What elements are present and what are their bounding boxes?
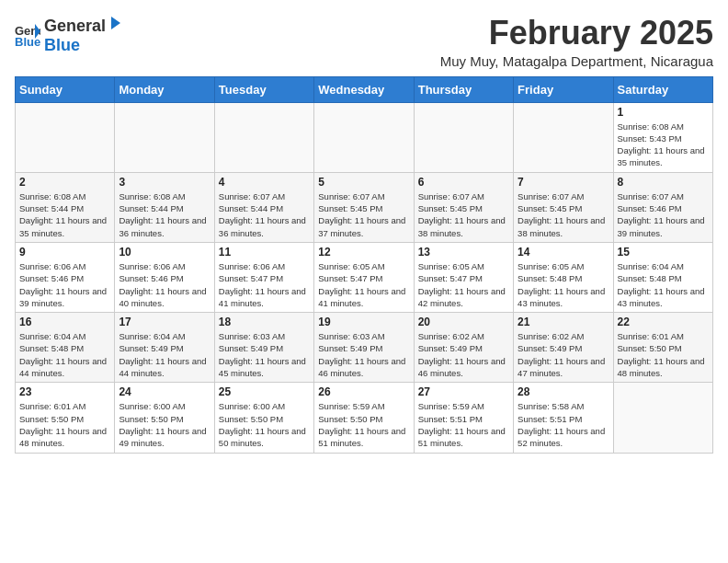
calendar-day-cell: 25Sunrise: 6:00 AM Sunset: 5:50 PM Dayli… xyxy=(214,383,313,453)
day-number: 4 xyxy=(219,176,310,189)
day-number: 11 xyxy=(219,246,310,259)
calendar-header-tuesday: Tuesday xyxy=(214,76,313,102)
day-number: 14 xyxy=(518,246,609,259)
calendar-header-monday: Monday xyxy=(115,76,214,102)
location-title: Muy Muy, Matagalpa Department, Nicaragua xyxy=(440,53,713,69)
calendar-day-cell: 17Sunrise: 6:04 AM Sunset: 5:49 PM Dayli… xyxy=(115,313,214,383)
calendar-day-cell: 22Sunrise: 6:01 AM Sunset: 5:50 PM Dayli… xyxy=(613,313,712,383)
day-info: Sunrise: 6:04 AM Sunset: 5:48 PM Dayligh… xyxy=(19,330,110,379)
day-info: Sunrise: 6:05 AM Sunset: 5:47 PM Dayligh… xyxy=(318,260,409,309)
calendar-day-cell xyxy=(214,102,313,172)
calendar-day-cell xyxy=(613,383,712,453)
day-info: Sunrise: 6:01 AM Sunset: 5:50 PM Dayligh… xyxy=(618,330,709,379)
header: General Blue General Blue February 2025 … xyxy=(15,15,713,69)
svg-text:Blue: Blue xyxy=(15,35,40,48)
day-info: Sunrise: 6:04 AM Sunset: 5:49 PM Dayligh… xyxy=(119,330,210,379)
day-number: 9 xyxy=(19,246,110,259)
calendar-day-cell: 3Sunrise: 6:08 AM Sunset: 5:44 PM Daylig… xyxy=(115,172,214,242)
day-info: Sunrise: 6:03 AM Sunset: 5:49 PM Dayligh… xyxy=(219,330,310,379)
calendar-day-cell: 6Sunrise: 6:07 AM Sunset: 5:45 PM Daylig… xyxy=(414,172,513,242)
day-number: 15 xyxy=(618,246,709,259)
day-info: Sunrise: 6:00 AM Sunset: 5:50 PM Dayligh… xyxy=(219,400,310,449)
calendar-header-thursday: Thursday xyxy=(414,76,513,102)
day-number: 12 xyxy=(318,246,409,259)
calendar-day-cell xyxy=(314,102,414,172)
calendar-week-row: 23Sunrise: 6:01 AM Sunset: 5:50 PM Dayli… xyxy=(16,383,713,453)
calendar-table: SundayMondayTuesdayWednesdayThursdayFrid… xyxy=(15,76,713,454)
day-info: Sunrise: 6:07 AM Sunset: 5:46 PM Dayligh… xyxy=(618,190,709,239)
day-info: Sunrise: 5:59 AM Sunset: 5:51 PM Dayligh… xyxy=(418,400,509,449)
day-info: Sunrise: 6:04 AM Sunset: 5:48 PM Dayligh… xyxy=(618,260,709,309)
day-info: Sunrise: 6:07 AM Sunset: 5:45 PM Dayligh… xyxy=(318,190,409,239)
day-number: 26 xyxy=(318,385,409,398)
calendar-day-cell: 14Sunrise: 6:05 AM Sunset: 5:48 PM Dayli… xyxy=(514,242,613,312)
logo-blue-text: Blue xyxy=(44,36,122,55)
calendar-day-cell: 19Sunrise: 6:03 AM Sunset: 5:49 PM Dayli… xyxy=(314,313,414,383)
day-info: Sunrise: 6:08 AM Sunset: 5:44 PM Dayligh… xyxy=(19,190,110,239)
day-number: 8 xyxy=(618,176,709,189)
day-info: Sunrise: 5:58 AM Sunset: 5:51 PM Dayligh… xyxy=(518,400,609,449)
day-number: 22 xyxy=(618,316,709,328)
calendar-week-row: 16Sunrise: 6:04 AM Sunset: 5:48 PM Dayli… xyxy=(16,313,713,383)
calendar-day-cell xyxy=(514,102,613,172)
day-info: Sunrise: 6:01 AM Sunset: 5:50 PM Dayligh… xyxy=(19,400,110,449)
calendar-day-cell: 28Sunrise: 5:58 AM Sunset: 5:51 PM Dayli… xyxy=(514,383,613,453)
day-info: Sunrise: 6:07 AM Sunset: 5:45 PM Dayligh… xyxy=(518,190,609,239)
calendar-week-row: 1Sunrise: 6:08 AM Sunset: 5:43 PM Daylig… xyxy=(16,102,713,172)
day-number: 7 xyxy=(518,176,609,189)
calendar-day-cell: 16Sunrise: 6:04 AM Sunset: 5:48 PM Dayli… xyxy=(16,313,115,383)
day-info: Sunrise: 6:00 AM Sunset: 5:50 PM Dayligh… xyxy=(119,400,210,449)
svg-marker-3 xyxy=(111,17,120,29)
logo-icon: General Blue xyxy=(15,22,40,48)
day-number: 2 xyxy=(19,176,110,189)
calendar-day-cell: 4Sunrise: 6:07 AM Sunset: 5:44 PM Daylig… xyxy=(214,172,313,242)
day-number: 3 xyxy=(119,176,210,189)
day-info: Sunrise: 6:06 AM Sunset: 5:46 PM Dayligh… xyxy=(119,260,210,309)
calendar-day-cell xyxy=(115,102,214,172)
month-title: February 2025 xyxy=(440,15,713,52)
calendar-day-cell: 11Sunrise: 6:06 AM Sunset: 5:47 PM Dayli… xyxy=(214,242,313,312)
day-number: 24 xyxy=(119,385,210,398)
day-number: 17 xyxy=(119,316,210,328)
calendar-week-row: 2Sunrise: 6:08 AM Sunset: 5:44 PM Daylig… xyxy=(16,172,713,242)
logo-chevron-icon xyxy=(106,15,122,31)
calendar-day-cell xyxy=(16,102,115,172)
calendar-day-cell: 1Sunrise: 6:08 AM Sunset: 5:43 PM Daylig… xyxy=(613,102,712,172)
day-number: 10 xyxy=(119,246,210,259)
day-number: 6 xyxy=(418,176,509,189)
logo-general-text: General xyxy=(44,17,106,36)
day-number: 21 xyxy=(518,316,609,328)
calendar-day-cell: 13Sunrise: 6:05 AM Sunset: 5:47 PM Dayli… xyxy=(414,242,513,312)
day-number: 27 xyxy=(418,385,509,398)
calendar-day-cell: 21Sunrise: 6:02 AM Sunset: 5:49 PM Dayli… xyxy=(514,313,613,383)
day-info: Sunrise: 6:02 AM Sunset: 5:49 PM Dayligh… xyxy=(418,330,509,379)
calendar-day-cell: 18Sunrise: 6:03 AM Sunset: 5:49 PM Dayli… xyxy=(214,313,313,383)
day-number: 1 xyxy=(618,106,709,119)
day-info: Sunrise: 5:59 AM Sunset: 5:50 PM Dayligh… xyxy=(318,400,409,449)
calendar-day-cell: 8Sunrise: 6:07 AM Sunset: 5:46 PM Daylig… xyxy=(613,172,712,242)
calendar-day-cell: 5Sunrise: 6:07 AM Sunset: 5:45 PM Daylig… xyxy=(314,172,414,242)
calendar-day-cell: 9Sunrise: 6:06 AM Sunset: 5:46 PM Daylig… xyxy=(16,242,115,312)
calendar-header-wednesday: Wednesday xyxy=(314,76,414,102)
calendar-day-cell: 20Sunrise: 6:02 AM Sunset: 5:49 PM Dayli… xyxy=(414,313,513,383)
day-number: 19 xyxy=(318,316,409,328)
day-number: 16 xyxy=(19,316,110,328)
calendar-day-cell xyxy=(414,102,513,172)
calendar-header-saturday: Saturday xyxy=(613,76,712,102)
calendar-day-cell: 24Sunrise: 6:00 AM Sunset: 5:50 PM Dayli… xyxy=(115,383,214,453)
calendar-header-sunday: Sunday xyxy=(16,76,115,102)
day-number: 28 xyxy=(518,385,609,398)
day-info: Sunrise: 6:03 AM Sunset: 5:49 PM Dayligh… xyxy=(318,330,409,379)
calendar-day-cell: 2Sunrise: 6:08 AM Sunset: 5:44 PM Daylig… xyxy=(16,172,115,242)
day-info: Sunrise: 6:07 AM Sunset: 5:44 PM Dayligh… xyxy=(219,190,310,239)
day-number: 13 xyxy=(418,246,509,259)
calendar-day-cell: 12Sunrise: 6:05 AM Sunset: 5:47 PM Dayli… xyxy=(314,242,414,312)
calendar-day-cell: 10Sunrise: 6:06 AM Sunset: 5:46 PM Dayli… xyxy=(115,242,214,312)
day-info: Sunrise: 6:05 AM Sunset: 5:47 PM Dayligh… xyxy=(418,260,509,309)
day-info: Sunrise: 6:05 AM Sunset: 5:48 PM Dayligh… xyxy=(518,260,609,309)
day-info: Sunrise: 6:06 AM Sunset: 5:46 PM Dayligh… xyxy=(19,260,110,309)
day-number: 5 xyxy=(318,176,409,189)
day-info: Sunrise: 6:06 AM Sunset: 5:47 PM Dayligh… xyxy=(219,260,310,309)
calendar-header-friday: Friday xyxy=(514,76,613,102)
logo: General Blue General Blue xyxy=(15,15,122,55)
